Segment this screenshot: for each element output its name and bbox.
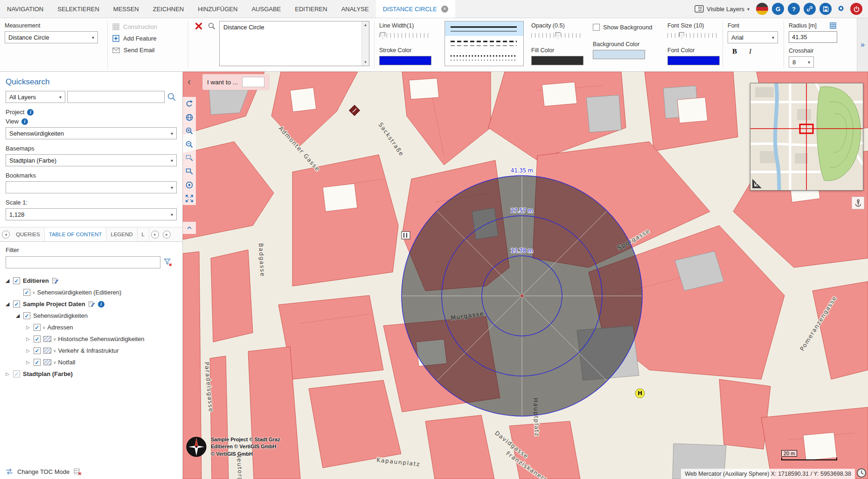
toc-row[interactable]: ▷✓∨Notfall <box>0 356 182 368</box>
tab-selektieren[interactable]: SELEKTIEREN <box>50 0 106 18</box>
toc-row[interactable]: ▷✓Stadtplan (Farbe) <box>0 368 182 380</box>
help-button[interactable]: ? <box>788 3 800 15</box>
symbology-caret-icon[interactable]: ∨ <box>53 349 56 353</box>
layer-checkbox[interactable]: ✓ <box>23 312 30 319</box>
share-link-button[interactable] <box>804 3 816 15</box>
poi-icon[interactable] <box>402 232 410 239</box>
font-size-slider[interactable] <box>667 31 720 41</box>
visible-layers-button[interactable]: Visible Layers ▾ <box>692 5 752 13</box>
clear-filter-icon[interactable] <box>163 258 173 267</box>
panel-collapse-button[interactable]: ‹ <box>185 75 194 89</box>
collapse-icon[interactable]: ◢ <box>5 301 10 307</box>
tab-close-icon[interactable]: ✕ <box>441 6 448 13</box>
slider-thumb[interactable] <box>380 32 385 39</box>
language-flag-button[interactable] <box>756 3 768 15</box>
layer-checkbox[interactable]: ✓ <box>34 335 41 342</box>
scroll-up-icon[interactable]: ▲ <box>364 23 368 27</box>
zoom-out-button[interactable] <box>183 137 196 151</box>
bold-button[interactable]: B <box>729 47 740 56</box>
symbology-caret-icon[interactable]: ∨ <box>53 360 56 365</box>
brand-button[interactable]: G <box>772 3 784 15</box>
map-viewport[interactable]: Admonter GasseSackstraßeBadgasseMurgasse… <box>183 72 868 479</box>
circle-center-point[interactable] <box>521 294 523 297</box>
layer-checkbox[interactable]: ✓ <box>13 370 20 377</box>
zoom-window-out-button[interactable] <box>183 164 196 178</box>
h-marker[interactable]: H <box>635 389 645 398</box>
tab-distance-circle[interactable]: DISTANCE CIRCLE✕ <box>376 0 455 18</box>
sidebar-tab-l[interactable]: L <box>138 227 149 241</box>
expand-icon[interactable]: ▷ <box>5 371 10 376</box>
filter-input[interactable] <box>6 256 160 268</box>
expand-icon[interactable]: ▷ <box>25 348 31 353</box>
overview-map[interactable] <box>750 83 863 191</box>
tab-editieren[interactable]: EDITIEREN <box>288 0 334 18</box>
line-width-slider[interactable] <box>379 31 431 41</box>
toolbar-collapse-button[interactable] <box>183 222 196 234</box>
line-style-dotted[interactable] <box>445 50 523 65</box>
layer-checkbox[interactable]: ✓ <box>23 289 30 296</box>
symbology-caret-icon[interactable]: ∨ <box>42 325 46 330</box>
search-scope-select[interactable]: All Layers ▾ <box>6 91 65 103</box>
selection-list-item[interactable]: Distance Circle <box>220 21 361 33</box>
slider-thumb[interactable] <box>556 32 561 39</box>
history-clock-button[interactable] <box>856 468 867 478</box>
zoom-window-in-button[interactable] <box>183 151 196 164</box>
tab-hinzufügen[interactable]: HINZUFÜGEN <box>191 0 244 18</box>
opacity-slider[interactable] <box>531 31 583 41</box>
crosshair-select[interactable]: 8 ▾ <box>789 56 814 68</box>
globe-button[interactable] <box>183 110 196 124</box>
settings-button[interactable] <box>835 3 847 15</box>
line-style-dashed[interactable] <box>445 36 523 50</box>
sidebar-tab-table-of-content[interactable]: TABLE OF CONTENT <box>45 227 107 241</box>
font-select[interactable]: Arial ▾ <box>728 31 778 43</box>
toc-row[interactable]: ✓∨Sehenswürdigkeiten (Editieren) <box>0 287 182 298</box>
layer-checkbox[interactable]: ✓ <box>34 324 41 331</box>
toc-row[interactable]: ◢✓Sample Project Daten i <box>0 298 182 310</box>
scroll-down-icon[interactable]: ▼ <box>364 60 368 64</box>
stroke-color-swatch[interactable] <box>379 56 431 65</box>
layer-checkbox[interactable]: ✓ <box>34 359 41 366</box>
remove-selection-button[interactable] <box>193 21 204 32</box>
fill-color-swatch[interactable] <box>531 56 583 65</box>
bookmarks-select[interactable]: ▾ <box>6 181 177 193</box>
checkbox-box[interactable] <box>593 24 600 31</box>
tab-analyse[interactable]: ANALYSE <box>334 0 376 18</box>
slider-thumb[interactable] <box>679 32 684 39</box>
radius-input[interactable] <box>789 31 837 43</box>
line-style-list[interactable] <box>444 21 524 66</box>
search-icon[interactable] <box>167 92 177 102</box>
tab-zeichnen[interactable]: ZEICHNEN <box>146 0 191 18</box>
collapse-icon[interactable]: ◢ <box>5 278 10 284</box>
tab-scroll-left-button[interactable]: ◂ <box>2 231 10 239</box>
save-button[interactable] <box>819 3 832 15</box>
send-email-button[interactable]: Send Email <box>112 44 183 56</box>
tab-messen[interactable]: MESSEN <box>106 0 146 18</box>
line-style-solid[interactable] <box>445 21 523 36</box>
grid-calculator-icon[interactable] <box>830 22 836 29</box>
sidebar-tab-legend[interactable]: LEGEND <box>106 227 137 241</box>
sidebar-tab-queries[interactable]: QUERIES <box>12 227 45 241</box>
background-color-swatch[interactable] <box>593 50 645 59</box>
info-icon[interactable]: i <box>98 301 104 308</box>
toc-row[interactable]: ▷✓∨Historische Sehenswürdigkeiten <box>0 333 182 345</box>
show-background-checkbox[interactable]: Show Background <box>593 24 658 31</box>
selection-list[interactable]: Distance Circle ▲ ▼ <box>219 21 369 66</box>
i-want-to-input[interactable] <box>242 77 264 87</box>
change-toc-mode-button[interactable]: Change TOC Mode <box>0 464 182 479</box>
collapse-icon[interactable]: ◢ <box>15 313 21 319</box>
tab-navigation[interactable]: NAVIGATION <box>0 0 50 18</box>
expand-icon[interactable]: ▷ <box>25 325 31 330</box>
overview-pin-button[interactable] <box>852 197 864 209</box>
i-want-to-widget[interactable]: I want to ... <box>202 74 269 90</box>
font-color-swatch[interactable] <box>667 56 720 65</box>
toc-row[interactable]: ◢✓Editieren <box>0 275 182 287</box>
rotate-button[interactable] <box>183 97 196 110</box>
default-tool-button[interactable] <box>183 178 196 192</box>
tab-overflow-button[interactable]: ▸ <box>163 231 171 239</box>
info-icon[interactable]: i <box>27 109 34 116</box>
zoom-in-button[interactable] <box>183 124 196 137</box>
symbology-caret-icon[interactable]: ∨ <box>53 337 56 342</box>
search-selection-button[interactable] <box>206 21 217 32</box>
expand-icon[interactable]: ▷ <box>25 360 31 365</box>
sign-out-button[interactable] <box>850 3 862 15</box>
